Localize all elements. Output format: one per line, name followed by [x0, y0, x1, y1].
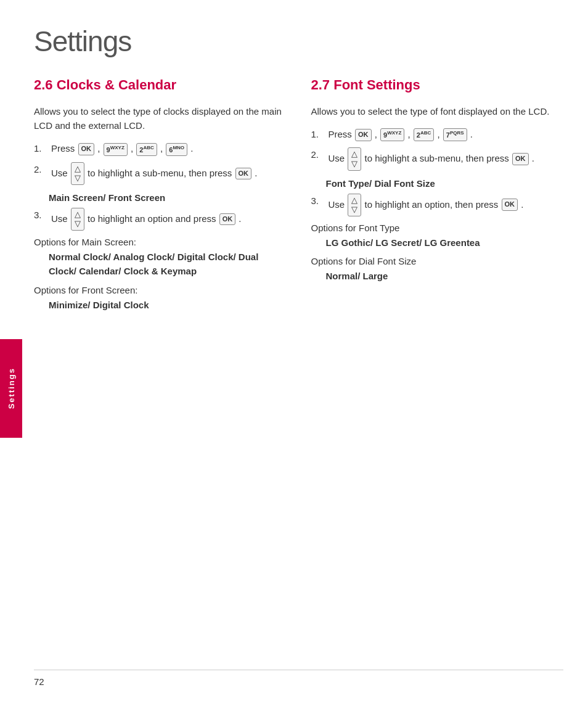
page-number: 72 — [34, 676, 44, 687]
step-left-3: 3. Use △▽ to highlight an option and pre… — [34, 208, 287, 231]
step-right-3-content: Use △▽ to highlight an option, then pres… — [329, 194, 564, 216]
step-right-3: 3. Use △▽ to highlight an option, then p… — [311, 194, 564, 216]
key-ok-r1: OK — [355, 129, 372, 141]
step-left-2-num: 2. — [34, 162, 49, 176]
section-right-intro: Allows you to select the type of font di… — [311, 104, 564, 118]
key-ok-l3: OK — [219, 213, 236, 225]
key-ok-r3: OK — [502, 199, 518, 210]
key-6mno-1: 6MNO — [166, 143, 187, 156]
nav-btn-right-3: △▽ — [348, 194, 361, 216]
nav-btn-right-2: △▽ — [348, 147, 361, 170]
page-container: Settings Settings 2.6 Clocks & Calendar … — [0, 0, 588, 706]
key-2abc-1: 2ABC — [136, 143, 157, 156]
options-front-label: Options for Front Screen: — [34, 285, 287, 295]
step-right-2: 2. Use △▽ to highlight a sub-menu, then … — [311, 147, 564, 170]
sub-heading-right: Font Type/ Dial Font Size — [326, 178, 564, 189]
section-heading-left: 2.6 Clocks & Calendar — [34, 76, 287, 94]
key-ok-r2: OK — [512, 153, 529, 165]
step-left-1-num: 1. — [34, 141, 49, 155]
sub-heading-left: Main Screen/ Front Screen — [49, 192, 287, 203]
options-dial-list: Normal/ Large — [326, 269, 564, 283]
section-left-intro: Allows you to select the type of clocks … — [34, 104, 287, 133]
sidebar-tab: Settings — [0, 339, 22, 438]
options-font-type-label: Options for Font Type — [311, 223, 564, 233]
col-right: 2.7 Font Settings Allows you to select t… — [311, 76, 564, 318]
columns: 2.6 Clocks & Calendar Allows you to sele… — [34, 76, 563, 318]
options-front-list: Minimize/ Digital Clock — [49, 298, 287, 312]
step-right-1-num: 1. — [311, 127, 326, 141]
key-9wxyz-1: 9WXYZ — [104, 143, 128, 156]
options-dial-label: Options for Dial Font Size — [311, 256, 564, 266]
options-main-label: Options for Main Screen: — [34, 237, 287, 247]
main-content: Settings 2.6 Clocks & Calendar Allows yo… — [34, 0, 563, 318]
options-main-list: Normal Clock/ Analog Clock/ Digital Cloc… — [49, 250, 287, 279]
step-left-3-num: 3. — [34, 208, 49, 222]
step-right-3-num: 3. — [311, 194, 326, 208]
page-footer: 72 — [34, 670, 563, 688]
page-title: Settings — [34, 25, 563, 58]
section-heading-right: 2.7 Font Settings — [311, 76, 564, 94]
step-left-3-content: Use △▽ to highlight an option and press … — [51, 208, 287, 231]
key-9wxyz-r1: 9WXYZ — [380, 128, 404, 141]
nav-btn-left-2: △▽ — [71, 162, 84, 185]
key-ok-l2: OK — [235, 168, 252, 179]
key-7pqrs-r1: 7PQRS — [443, 128, 467, 141]
key-2abc-r1: 2ABC — [414, 128, 434, 141]
sidebar-label: Settings — [7, 367, 16, 409]
options-font-type-list: LG Gothic/ LG Secret/ LG Greentea — [326, 236, 564, 250]
step-left-1-content: Press OK , 9WXYZ , 2ABC , 6MNO . — [51, 141, 287, 156]
step-left-2-content: Use △▽ to highlight a sub-menu, then pre… — [51, 162, 287, 185]
step-left-2: 2. Use △▽ to highlight a sub-menu, then … — [34, 162, 287, 185]
step-right-1: 1. Press OK , 9WXYZ , 2ABC , 7PQRS . — [311, 127, 564, 142]
step-right-2-num: 2. — [311, 147, 326, 162]
step-right-2-content: Use △▽ to highlight a sub-menu, then pre… — [329, 147, 564, 170]
step-right-1-content: Press OK , 9WXYZ , 2ABC , 7PQRS . — [329, 127, 564, 142]
nav-btn-left-3: △▽ — [71, 208, 84, 231]
key-ok-1: OK — [78, 143, 95, 155]
step-left-1: 1. Press OK , 9WXYZ , 2ABC , 6MNO . — [34, 141, 287, 156]
col-left: 2.6 Clocks & Calendar Allows you to sele… — [34, 76, 287, 318]
